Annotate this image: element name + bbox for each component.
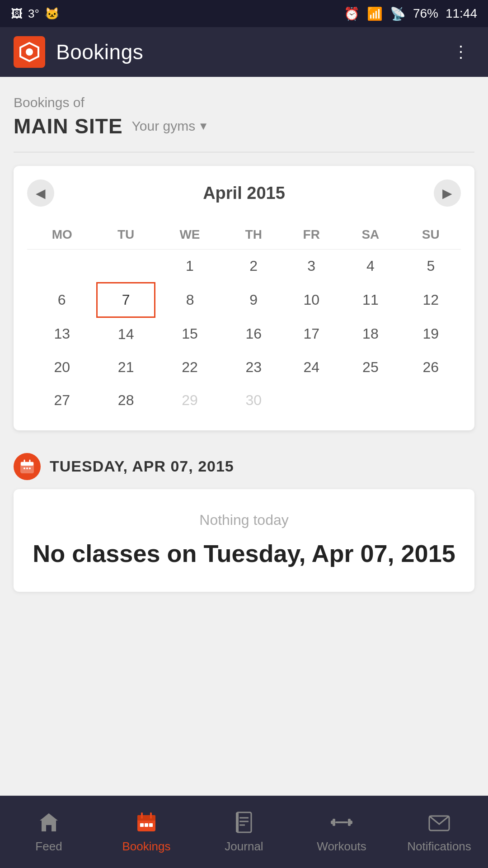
your-gyms-dropdown[interactable]: Your gyms ▼	[132, 118, 209, 134]
svg-rect-25	[335, 821, 348, 823]
calendar-day	[282, 384, 340, 417]
nothing-today-label: Nothing today	[32, 512, 456, 528]
overflow-menu-button[interactable]: ⋮	[448, 38, 474, 66]
temp-display: 3°	[28, 7, 39, 21]
chevron-down-icon: ▼	[198, 120, 209, 132]
nav-item-notifications[interactable]: Notifications	[390, 806, 488, 858]
wifi-icon: 📶	[367, 6, 383, 21]
mail-icon	[427, 811, 451, 836]
calendar-day	[340, 384, 400, 417]
app-title: Bookings	[56, 40, 143, 64]
svg-rect-3	[21, 462, 33, 466]
weekday-th: TH	[225, 220, 282, 250]
calendar-day[interactable]: 20	[27, 351, 97, 384]
calendar-day[interactable]: 17	[282, 317, 340, 351]
weekday-tu: TU	[97, 220, 155, 250]
your-gyms-label: Your gyms	[132, 118, 196, 134]
calendar-grid: MO TU WE TH FR SA SU 1234567891011121314…	[27, 220, 461, 417]
calendar-week-row: 27282930	[27, 384, 461, 417]
svg-rect-22	[333, 819, 335, 826]
site-name: MAIN SITE	[14, 114, 123, 138]
cat-icon: 🐱	[45, 7, 59, 21]
calendar-day[interactable]: 6	[27, 283, 97, 317]
svg-point-7	[26, 467, 28, 469]
calendar-day[interactable]: 3	[282, 250, 340, 283]
calendar-card: ◀ April 2015 ▶ MO TU WE TH FR SA SU 1234…	[14, 166, 474, 430]
nav-item-workouts[interactable]: Workouts	[293, 806, 390, 858]
calendar-day[interactable]: 15	[155, 317, 225, 351]
weekday-fr: FR	[282, 220, 340, 250]
calendar-day[interactable]: 19	[401, 317, 461, 351]
calendar-day[interactable]: 29	[155, 384, 225, 417]
dumbbell-icon	[330, 811, 353, 836]
calendar-weekday-row: MO TU WE TH FR SA SU	[27, 220, 461, 250]
calendar-day[interactable]: 28	[97, 384, 155, 417]
calendar-day[interactable]: 22	[155, 351, 225, 384]
calendar-day[interactable]: 5	[401, 250, 461, 283]
calendar-day[interactable]: 4	[340, 250, 400, 283]
svg-rect-10	[137, 815, 155, 821]
calendar-day[interactable]: 30	[225, 384, 282, 417]
calendar-day[interactable]: 24	[282, 351, 340, 384]
calendar-day[interactable]: 16	[225, 317, 282, 351]
calendar-week-row: 12345	[27, 250, 461, 283]
calendar-day[interactable]: 7	[97, 283, 155, 317]
site-row: MAIN SITE Your gyms ▼	[14, 114, 474, 138]
next-month-button[interactable]: ▶	[434, 179, 461, 207]
bottom-nav: Feed Bookings Journal	[0, 796, 488, 868]
image-icon: 🖼	[11, 7, 23, 21]
calendar-day	[401, 384, 461, 417]
svg-rect-20	[236, 812, 239, 832]
date-icon	[14, 453, 41, 480]
calendar-day[interactable]: 14	[97, 317, 155, 351]
app-bar: Bookings ⋮	[0, 27, 488, 77]
weekday-su: SU	[401, 220, 461, 250]
calendar-day	[27, 250, 97, 283]
weekday-mo: MO	[27, 220, 97, 250]
calendar-week-row: 20212223242526	[27, 351, 461, 384]
section-divider	[14, 152, 474, 152]
calendar-day[interactable]: 12	[401, 283, 461, 317]
nav-notifications-label: Notifications	[407, 840, 471, 854]
svg-rect-14	[145, 823, 148, 827]
svg-rect-13	[140, 823, 144, 827]
date-title: TUESDAY, APR 07, 2015	[50, 458, 234, 475]
no-classes-card: Nothing today No classes on Tuesday, Apr…	[14, 489, 474, 592]
calendar-day[interactable]: 2	[225, 250, 282, 283]
calendar-day[interactable]: 11	[340, 283, 400, 317]
calendar-day[interactable]: 27	[27, 384, 97, 417]
main-content: Bookings of MAIN SITE Your gyms ▼ ◀ Apri…	[0, 77, 488, 718]
nav-bookings-label: Bookings	[122, 840, 171, 854]
weekday-sa: SA	[340, 220, 400, 250]
nav-journal-label: Journal	[225, 840, 263, 854]
calendar-day[interactable]: 18	[340, 317, 400, 351]
svg-point-6	[23, 467, 25, 469]
calendar-week-row: 13141516171819	[27, 317, 461, 351]
calendar-day[interactable]: 13	[27, 317, 97, 351]
alarm-icon: ⏰	[344, 6, 360, 21]
calendar-day	[97, 250, 155, 283]
bookings-of-label: Bookings of	[14, 95, 474, 110]
calendar-day[interactable]: 23	[225, 351, 282, 384]
calendar-day[interactable]: 8	[155, 283, 225, 317]
calendar-day[interactable]: 1	[155, 250, 225, 283]
nav-item-feed[interactable]: Feed	[0, 806, 98, 858]
svg-rect-16	[237, 812, 251, 832]
calendar-day[interactable]: 25	[340, 351, 400, 384]
calendar-day[interactable]: 10	[282, 283, 340, 317]
date-section: TUESDAY, APR 07, 2015	[14, 453, 474, 480]
no-classes-text: No classes on Tuesday, Apr 07, 2015	[32, 538, 456, 569]
app-bar-left: Bookings	[14, 36, 143, 68]
app-logo	[14, 36, 45, 68]
prev-month-button[interactable]: ◀	[27, 179, 54, 207]
nav-item-bookings[interactable]: Bookings	[98, 806, 195, 858]
svg-rect-15	[149, 823, 153, 827]
calendar-month-title: April 2015	[203, 184, 285, 203]
journal-icon	[232, 811, 256, 836]
status-bar: 🖼 3° 🐱 ⏰ 📶 📡 76% 11:44	[0, 0, 488, 27]
calendar-day[interactable]: 26	[401, 351, 461, 384]
nav-item-journal[interactable]: Journal	[195, 806, 293, 858]
calendar-day[interactable]: 9	[225, 283, 282, 317]
calendar-day[interactable]: 21	[97, 351, 155, 384]
status-right: ⏰ 📶 📡 76% 11:44	[344, 6, 477, 21]
